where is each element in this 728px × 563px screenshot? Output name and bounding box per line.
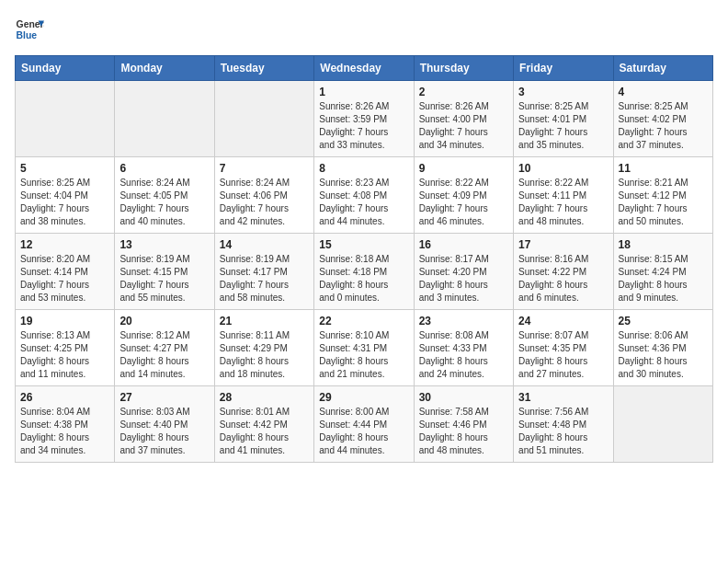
calendar-cell: 24Sunrise: 8:07 AM Sunset: 4:35 PM Dayli… bbox=[514, 310, 613, 386]
calendar-header-row: SundayMondayTuesdayWednesdayThursdayFrid… bbox=[16, 56, 713, 81]
weekday-header: Tuesday bbox=[214, 56, 313, 81]
calendar-cell: 19Sunrise: 8:13 AM Sunset: 4:25 PM Dayli… bbox=[16, 310, 115, 386]
day-number: 11 bbox=[619, 162, 708, 175]
day-info: Sunrise: 8:24 AM Sunset: 4:05 PM Dayligh… bbox=[119, 177, 209, 228]
weekday-header: Monday bbox=[115, 56, 214, 81]
day-number: 6 bbox=[119, 162, 209, 175]
day-number: 17 bbox=[518, 238, 608, 251]
day-info: Sunrise: 8:13 AM Sunset: 4:25 PM Dayligh… bbox=[20, 329, 109, 381]
weekday-header: Wednesday bbox=[314, 56, 414, 81]
logo-icon: General Blue bbox=[15, 15, 44, 44]
calendar-cell: 6Sunrise: 8:24 AM Sunset: 4:05 PM Daylig… bbox=[115, 157, 214, 234]
day-info: Sunrise: 8:22 AM Sunset: 4:09 PM Dayligh… bbox=[419, 177, 508, 228]
calendar-cell: 23Sunrise: 8:08 AM Sunset: 4:33 PM Dayli… bbox=[414, 310, 513, 386]
day-number: 1 bbox=[319, 86, 408, 98]
calendar-cell: 30Sunrise: 7:58 AM Sunset: 4:46 PM Dayli… bbox=[414, 386, 513, 463]
calendar-cell: 22Sunrise: 8:10 AM Sunset: 4:31 PM Dayli… bbox=[314, 310, 414, 386]
day-info: Sunrise: 8:19 AM Sunset: 4:17 PM Dayligh… bbox=[220, 253, 309, 304]
day-info: Sunrise: 8:26 AM Sunset: 4:00 PM Dayligh… bbox=[419, 100, 508, 152]
calendar-cell: 17Sunrise: 8:16 AM Sunset: 4:22 PM Dayli… bbox=[514, 234, 613, 310]
day-number: 5 bbox=[20, 162, 109, 175]
logo: General Blue bbox=[15, 15, 44, 44]
day-number: 3 bbox=[518, 86, 608, 98]
calendar-body: 1Sunrise: 8:26 AM Sunset: 3:59 PM Daylig… bbox=[16, 81, 713, 463]
weekday-header: Friday bbox=[514, 56, 613, 81]
day-number: 13 bbox=[119, 238, 209, 251]
day-info: Sunrise: 8:04 AM Sunset: 4:38 PM Dayligh… bbox=[20, 406, 109, 457]
calendar-cell: 12Sunrise: 8:20 AM Sunset: 4:14 PM Dayli… bbox=[16, 234, 115, 310]
calendar-cell: 1Sunrise: 8:26 AM Sunset: 3:59 PM Daylig… bbox=[314, 81, 414, 157]
calendar-week-row: 5Sunrise: 8:25 AM Sunset: 4:04 PM Daylig… bbox=[16, 157, 713, 234]
calendar-cell: 16Sunrise: 8:17 AM Sunset: 4:20 PM Dayli… bbox=[414, 234, 513, 310]
day-number: 21 bbox=[220, 315, 309, 327]
calendar-cell: 21Sunrise: 8:11 AM Sunset: 4:29 PM Dayli… bbox=[214, 310, 313, 386]
calendar-cell: 4Sunrise: 8:25 AM Sunset: 4:02 PM Daylig… bbox=[613, 81, 712, 157]
day-number: 24 bbox=[518, 315, 608, 327]
day-info: Sunrise: 8:16 AM Sunset: 4:22 PM Dayligh… bbox=[518, 253, 608, 304]
day-info: Sunrise: 8:08 AM Sunset: 4:33 PM Dayligh… bbox=[419, 329, 508, 381]
day-number: 27 bbox=[119, 391, 209, 404]
calendar-cell: 27Sunrise: 8:03 AM Sunset: 4:40 PM Dayli… bbox=[115, 386, 214, 463]
day-info: Sunrise: 7:56 AM Sunset: 4:48 PM Dayligh… bbox=[518, 406, 608, 457]
calendar-cell: 29Sunrise: 8:00 AM Sunset: 4:44 PM Dayli… bbox=[314, 386, 414, 463]
day-info: Sunrise: 8:25 AM Sunset: 4:01 PM Dayligh… bbox=[518, 100, 608, 152]
day-number: 19 bbox=[20, 315, 109, 327]
calendar-week-row: 26Sunrise: 8:04 AM Sunset: 4:38 PM Dayli… bbox=[16, 386, 713, 463]
calendar-cell bbox=[115, 81, 214, 157]
calendar-cell bbox=[16, 81, 115, 157]
calendar-cell: 10Sunrise: 8:22 AM Sunset: 4:11 PM Dayli… bbox=[514, 157, 613, 234]
day-number: 9 bbox=[419, 162, 508, 175]
calendar-cell: 13Sunrise: 8:19 AM Sunset: 4:15 PM Dayli… bbox=[115, 234, 214, 310]
day-info: Sunrise: 8:25 AM Sunset: 4:02 PM Dayligh… bbox=[619, 100, 708, 152]
calendar-cell: 11Sunrise: 8:21 AM Sunset: 4:12 PM Dayli… bbox=[613, 157, 712, 234]
calendar-week-row: 19Sunrise: 8:13 AM Sunset: 4:25 PM Dayli… bbox=[16, 310, 713, 386]
day-number: 14 bbox=[220, 238, 309, 251]
calendar-cell: 8Sunrise: 8:23 AM Sunset: 4:08 PM Daylig… bbox=[314, 157, 414, 234]
day-number: 2 bbox=[419, 86, 508, 98]
day-number: 7 bbox=[220, 162, 309, 175]
calendar-cell: 18Sunrise: 8:15 AM Sunset: 4:24 PM Dayli… bbox=[613, 234, 712, 310]
calendar-cell: 31Sunrise: 7:56 AM Sunset: 4:48 PM Dayli… bbox=[514, 386, 613, 463]
day-number: 12 bbox=[20, 238, 109, 251]
day-number: 30 bbox=[419, 391, 508, 404]
day-info: Sunrise: 8:26 AM Sunset: 3:59 PM Dayligh… bbox=[319, 100, 408, 152]
day-number: 26 bbox=[20, 391, 109, 404]
calendar-table: SundayMondayTuesdayWednesdayThursdayFrid… bbox=[15, 55, 713, 463]
day-number: 25 bbox=[619, 315, 708, 327]
day-info: Sunrise: 8:24 AM Sunset: 4:06 PM Dayligh… bbox=[220, 177, 309, 228]
calendar-cell: 3Sunrise: 8:25 AM Sunset: 4:01 PM Daylig… bbox=[514, 81, 613, 157]
calendar-cell: 5Sunrise: 8:25 AM Sunset: 4:04 PM Daylig… bbox=[16, 157, 115, 234]
calendar-cell: 20Sunrise: 8:12 AM Sunset: 4:27 PM Dayli… bbox=[115, 310, 214, 386]
day-info: Sunrise: 8:18 AM Sunset: 4:18 PM Dayligh… bbox=[319, 253, 408, 304]
day-info: Sunrise: 7:58 AM Sunset: 4:46 PM Dayligh… bbox=[419, 406, 508, 457]
calendar-cell: 7Sunrise: 8:24 AM Sunset: 4:06 PM Daylig… bbox=[214, 157, 313, 234]
day-info: Sunrise: 8:11 AM Sunset: 4:29 PM Dayligh… bbox=[220, 329, 309, 381]
day-number: 8 bbox=[319, 162, 408, 175]
day-info: Sunrise: 8:12 AM Sunset: 4:27 PM Dayligh… bbox=[119, 329, 209, 381]
day-number: 4 bbox=[619, 86, 708, 98]
day-number: 18 bbox=[619, 238, 708, 251]
day-info: Sunrise: 8:22 AM Sunset: 4:11 PM Dayligh… bbox=[518, 177, 608, 228]
calendar-cell: 26Sunrise: 8:04 AM Sunset: 4:38 PM Dayli… bbox=[16, 386, 115, 463]
day-number: 23 bbox=[419, 315, 508, 327]
day-info: Sunrise: 8:03 AM Sunset: 4:40 PM Dayligh… bbox=[119, 406, 209, 457]
calendar-cell: 14Sunrise: 8:19 AM Sunset: 4:17 PM Dayli… bbox=[214, 234, 313, 310]
day-info: Sunrise: 8:15 AM Sunset: 4:24 PM Dayligh… bbox=[619, 253, 708, 304]
calendar-cell: 2Sunrise: 8:26 AM Sunset: 4:00 PM Daylig… bbox=[414, 81, 513, 157]
calendar-cell: 15Sunrise: 8:18 AM Sunset: 4:18 PM Dayli… bbox=[314, 234, 414, 310]
calendar-cell bbox=[613, 386, 712, 463]
day-info: Sunrise: 8:06 AM Sunset: 4:36 PM Dayligh… bbox=[619, 329, 708, 381]
day-info: Sunrise: 8:00 AM Sunset: 4:44 PM Dayligh… bbox=[319, 406, 408, 457]
day-info: Sunrise: 8:20 AM Sunset: 4:14 PM Dayligh… bbox=[20, 253, 109, 304]
day-number: 29 bbox=[319, 391, 408, 404]
day-number: 10 bbox=[518, 162, 608, 175]
day-number: 15 bbox=[319, 238, 408, 251]
day-info: Sunrise: 8:25 AM Sunset: 4:04 PM Dayligh… bbox=[20, 177, 109, 228]
calendar-week-row: 1Sunrise: 8:26 AM Sunset: 3:59 PM Daylig… bbox=[16, 81, 713, 157]
day-info: Sunrise: 8:17 AM Sunset: 4:20 PM Dayligh… bbox=[419, 253, 508, 304]
page-header: General Blue bbox=[15, 15, 713, 44]
day-number: 22 bbox=[319, 315, 408, 327]
calendar-cell: 28Sunrise: 8:01 AM Sunset: 4:42 PM Dayli… bbox=[214, 386, 313, 463]
day-number: 20 bbox=[119, 315, 209, 327]
day-info: Sunrise: 8:07 AM Sunset: 4:35 PM Dayligh… bbox=[518, 329, 608, 381]
